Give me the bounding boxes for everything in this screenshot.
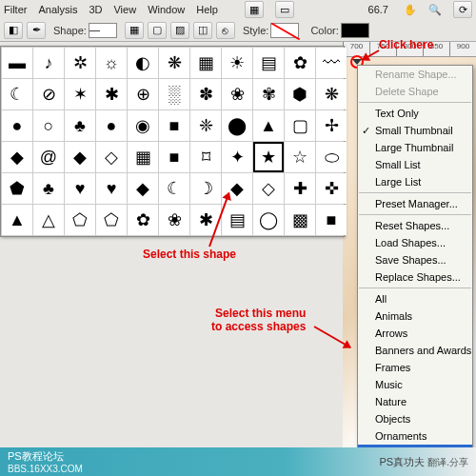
menu-view[interactable]: View [113, 4, 136, 15]
menu-item-text-only[interactable]: Text Only [358, 105, 472, 122]
shape-cell-4[interactable]: ◐ [128, 48, 158, 78]
menu-item-ornaments[interactable]: Ornaments [358, 427, 472, 445]
shape-cell-7[interactable]: ☀ [222, 48, 252, 78]
shape-cell-59[interactable]: ✿ [128, 205, 158, 235]
menu-item-small-list[interactable]: Small List [358, 156, 472, 173]
menu-item-save-shapes[interactable]: Save Shapes... [358, 251, 472, 268]
shape-cell-12[interactable]: ⊘ [33, 79, 64, 109]
menu-filter[interactable]: Filter [4, 4, 27, 15]
tool-preset[interactable]: ◧ [4, 22, 23, 39]
shape-cell-11[interactable]: ☾ [2, 79, 32, 109]
screen-mode[interactable]: ▭ [275, 1, 294, 18]
shape-cell-10[interactable]: 〰 [316, 48, 347, 78]
menu-item-preset-manager[interactable]: Preset Manager... [358, 195, 472, 212]
menu-item-objects[interactable]: Objects [358, 410, 472, 427]
shape-cell-33[interactable]: ◆ [2, 142, 32, 172]
shape-cell-47[interactable]: ♥ [96, 173, 127, 204]
shape-cell-29[interactable]: ⬤ [222, 110, 252, 141]
shape-cell-1[interactable]: ♪ [33, 48, 64, 78]
shape-cell-41[interactable]: ★ [253, 142, 284, 172]
shape-cell-46[interactable]: ♥ [65, 173, 95, 204]
shape-cell-53[interactable]: ✚ [285, 173, 315, 204]
shape-cell-61[interactable]: ✱ [190, 205, 221, 235]
mode-path[interactable]: ▢ [148, 22, 167, 39]
zoom-value[interactable]: 66.7 [368, 4, 392, 15]
shape-cell-31[interactable]: ▢ [285, 110, 315, 141]
menu-3d[interactable]: 3D [89, 4, 102, 15]
menu-item-small-thumbnail[interactable]: Small Thumbnail [358, 122, 472, 139]
shape-cell-36[interactable]: ◇ [96, 142, 127, 172]
shape-cell-6[interactable]: ▦ [190, 48, 221, 78]
shape-cell-21[interactable]: ❋ [316, 79, 347, 109]
menu-item-music[interactable]: Music [358, 376, 472, 393]
shape-cell-45[interactable]: ♣ [33, 173, 64, 204]
menu-item-all[interactable]: All [358, 290, 472, 307]
shape-cell-17[interactable]: ✽ [190, 79, 221, 109]
zoom-icon[interactable]: 🔍 [428, 4, 442, 16]
shape-cell-27[interactable]: ■ [159, 110, 189, 141]
style-swatch[interactable] [270, 23, 299, 38]
menu-item-reset-shapes[interactable]: Reset Shapes... [358, 217, 472, 234]
shape-cell-26[interactable]: ◉ [128, 110, 158, 141]
shape-cell-14[interactable]: ✱ [96, 79, 127, 109]
shape-cell-3[interactable]: ☼ [96, 48, 127, 78]
shape-cell-28[interactable]: ❈ [190, 110, 221, 141]
shape-cell-5[interactable]: ❋ [159, 48, 189, 78]
shape-cell-19[interactable]: ✾ [253, 79, 284, 109]
hand-icon[interactable]: ✋ [404, 4, 417, 16]
pen-icon[interactable]: ✒ [27, 22, 46, 39]
mode-combine[interactable]: ◫ [193, 22, 212, 39]
menu-item-arrows[interactable]: Arrows [358, 325, 472, 342]
shape-cell-23[interactable]: ○ [33, 110, 64, 141]
shape-cell-8[interactable]: ▤ [253, 48, 284, 78]
menu-item-frames[interactable]: Frames [358, 359, 472, 376]
shape-cell-37[interactable]: ▦ [128, 142, 158, 172]
shape-cell-56[interactable]: △ [33, 205, 64, 235]
menu-item-load-shapes[interactable]: Load Shapes... [358, 234, 472, 251]
shape-cell-2[interactable]: ✲ [65, 48, 95, 78]
menu-item-nature[interactable]: Nature [358, 393, 472, 410]
shape-cell-49[interactable]: ☾ [159, 173, 189, 204]
shape-cell-57[interactable]: ⬠ [65, 205, 95, 235]
shape-cell-44[interactable]: ⬟ [2, 173, 32, 204]
shape-cell-40[interactable]: ✦ [222, 142, 252, 172]
shape-cell-55[interactable]: ▲ [2, 205, 32, 235]
shape-cell-64[interactable]: ▩ [285, 205, 315, 235]
shape-cell-38[interactable]: ■ [159, 142, 189, 172]
shape-picker[interactable]: — [89, 23, 117, 38]
rotate-icon[interactable]: ⟳ [453, 1, 472, 18]
menu-window[interactable]: Window [148, 4, 185, 15]
shape-cell-48[interactable]: ◆ [128, 173, 158, 204]
shape-cell-63[interactable]: ◯ [253, 205, 284, 235]
menu-item-animals[interactable]: Animals [358, 307, 472, 325]
shape-cell-39[interactable]: ⌑ [190, 142, 221, 172]
workspace-switcher[interactable]: ▦ [245, 1, 264, 18]
shape-cell-20[interactable]: ⬢ [285, 79, 315, 109]
shape-cell-13[interactable]: ✶ [65, 79, 95, 109]
menu-item-replace-shapes[interactable]: Replace Shapes... [358, 268, 472, 286]
mode-shape-layer[interactable]: ▦ [125, 22, 144, 39]
shape-cell-65[interactable]: ■ [316, 205, 347, 235]
shape-cell-22[interactable]: ● [2, 110, 32, 141]
shape-cell-60[interactable]: ❀ [159, 205, 189, 235]
menu-item-large-list[interactable]: Large List [358, 173, 472, 190]
menu-help[interactable]: Help [196, 4, 218, 15]
shape-cell-9[interactable]: ✿ [285, 48, 315, 78]
shape-cell-24[interactable]: ♣ [65, 110, 95, 141]
menu-analysis[interactable]: Analysis [38, 4, 77, 15]
shape-cell-43[interactable]: ⬭ [316, 142, 347, 172]
shape-cell-35[interactable]: ◆ [65, 142, 95, 172]
shape-cell-42[interactable]: ☆ [285, 142, 315, 172]
shape-cell-52[interactable]: ◇ [253, 173, 284, 204]
shape-cell-30[interactable]: ▲ [253, 110, 284, 141]
shape-cell-25[interactable]: ● [96, 110, 127, 141]
menu-item-large-thumbnail[interactable]: Large Thumbnail [358, 139, 472, 156]
link-icon[interactable]: ⎋ [216, 22, 235, 39]
shape-cell-34[interactable]: @ [33, 142, 64, 172]
menu-item-banners-and-awards[interactable]: Banners and Awards [358, 342, 472, 359]
shape-cell-15[interactable]: ⊕ [128, 79, 158, 109]
shape-cell-62[interactable]: ▤ [222, 205, 252, 235]
color-swatch[interactable] [341, 23, 369, 38]
shape-cell-18[interactable]: ❀ [222, 79, 252, 109]
shape-cell-54[interactable]: ✜ [316, 173, 347, 204]
